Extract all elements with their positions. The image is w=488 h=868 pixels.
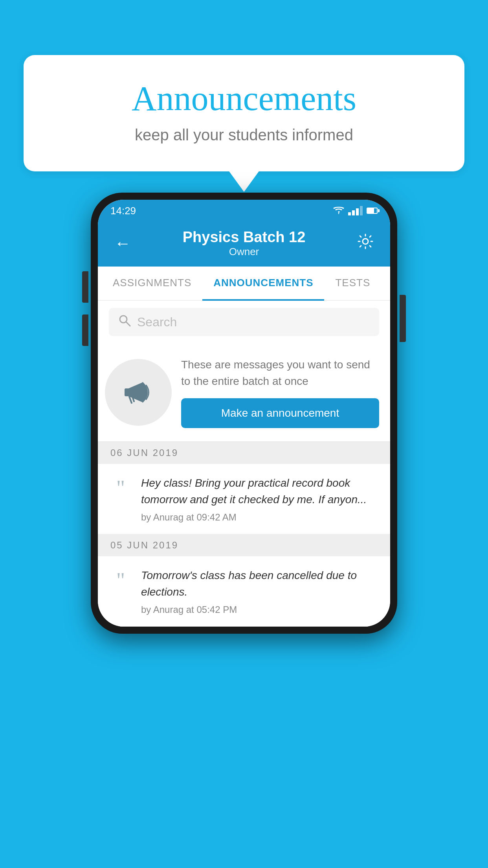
announcement-content-1: Hey class! Bring your practical record b…: [141, 475, 379, 523]
phone-screen: 14:29: [98, 200, 390, 627]
back-button[interactable]: ←: [112, 232, 133, 255]
quote-icon-2: ": [109, 567, 132, 591]
announcement-meta-1: by Anurag at 09:42 AM: [141, 512, 379, 523]
svg-line-5: [129, 397, 132, 403]
bubble-subtitle: keep all your students informed: [55, 126, 433, 144]
volume-up-button: [82, 271, 88, 303]
announcement-content-2: Tomorrow's class has been cancelled due …: [141, 567, 379, 615]
promo-icon-circle: [105, 359, 172, 426]
announcement-item-2[interactable]: " Tomorrow's class has been cancelled du…: [98, 556, 390, 627]
volume-down-button: [82, 314, 88, 346]
megaphone-icon: [121, 375, 156, 410]
promo-description: These are messages you want to send to t…: [181, 357, 379, 390]
speech-bubble-section: Announcements keep all your students inf…: [24, 55, 464, 171]
app-header: ← Physics Batch 12 Owner: [98, 222, 390, 267]
settings-button[interactable]: [355, 231, 376, 256]
speech-bubble-card: Announcements keep all your students inf…: [24, 55, 464, 171]
bubble-title: Announcements: [55, 79, 433, 118]
status-bar: 14:29: [98, 200, 390, 222]
make-announcement-button[interactable]: Make an announcement: [181, 398, 379, 428]
search-icon: [118, 314, 131, 330]
tab-bar: ASSIGNMENTS ANNOUNCEMENTS TESTS: [98, 267, 390, 301]
signal-icon: [348, 206, 363, 215]
announcement-item-1[interactable]: " Hey class! Bring your practical record…: [98, 464, 390, 534]
quote-icon-1: ": [109, 475, 132, 498]
announcement-meta-2: by Anurag at 05:42 PM: [141, 604, 379, 615]
search-container: Search: [98, 301, 390, 343]
search-placeholder: Search: [137, 315, 177, 329]
header-title-group: Physics Batch 12 Owner: [133, 229, 355, 258]
promo-content: These are messages you want to send to t…: [181, 357, 379, 428]
announcement-text-2: Tomorrow's class has been cancelled due …: [141, 567, 379, 600]
date-separator-2: 05 JUN 2019: [98, 534, 390, 556]
tab-announcements[interactable]: ANNOUNCEMENTS: [202, 267, 324, 301]
tab-tests[interactable]: TESTS: [324, 267, 381, 301]
date-separator-1: 06 JUN 2019: [98, 442, 390, 464]
phone-outer-frame: 14:29: [91, 193, 397, 634]
battery-icon: [367, 208, 378, 214]
promo-section: These are messages you want to send to t…: [98, 343, 390, 442]
search-icon-svg: [118, 314, 131, 327]
power-button: [400, 295, 406, 342]
phone-mockup: 14:29: [91, 193, 397, 634]
svg-line-2: [126, 322, 130, 326]
announcement-text-1: Hey class! Bring your practical record b…: [141, 475, 379, 508]
wifi-icon: [333, 206, 344, 215]
batch-title: Physics Batch 12: [133, 229, 355, 246]
tab-assignments[interactable]: ASSIGNMENTS: [102, 267, 202, 301]
svg-point-0: [363, 239, 368, 244]
status-time: 14:29: [110, 205, 136, 217]
date-label-2: 05 JUN 2019: [110, 540, 178, 551]
search-bar[interactable]: Search: [109, 308, 379, 336]
status-icons: [333, 206, 378, 215]
svg-rect-4: [125, 388, 129, 396]
date-label-1: 06 JUN 2019: [110, 447, 178, 458]
gear-icon: [357, 233, 374, 250]
batch-subtitle: Owner: [133, 246, 355, 258]
